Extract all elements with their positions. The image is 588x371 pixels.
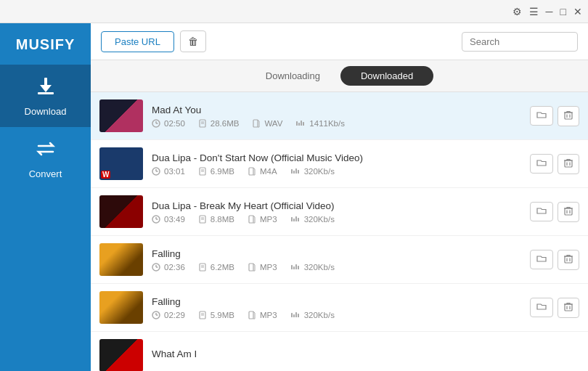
svg-rect-40 xyxy=(291,217,293,221)
track-delete-button[interactable] xyxy=(558,202,579,222)
track-bitrate: 1411Kb/s xyxy=(295,119,345,128)
track-folder-button[interactable] xyxy=(530,202,553,221)
track-folder-button[interactable] xyxy=(530,154,553,174)
svg-rect-55 xyxy=(291,265,293,269)
track-item: Mad At You 02:50 28.6MB WAV 1411Kb/s xyxy=(91,92,588,140)
track-thumbnail xyxy=(99,291,143,324)
track-thumbnail xyxy=(99,99,143,132)
track-title: Dua Lipa - Break My Heart (Official Vide… xyxy=(152,200,521,211)
sidebar-item-convert[interactable]: Convert xyxy=(0,127,91,189)
svg-rect-13 xyxy=(303,122,304,126)
track-title: Falling xyxy=(152,248,521,259)
svg-rect-73 xyxy=(298,314,299,317)
minimize-icon[interactable]: ─ xyxy=(546,6,553,17)
sidebar-item-convert-label: Convert xyxy=(29,168,62,179)
track-thumbnail xyxy=(99,195,143,228)
svg-marker-2 xyxy=(40,85,52,92)
track-thumbnail xyxy=(99,243,143,276)
svg-rect-39 xyxy=(249,216,253,223)
track-actions xyxy=(530,250,579,270)
track-duration: 02:29 xyxy=(152,311,185,319)
app-logo: MUSIFY xyxy=(16,30,75,65)
track-info: Falling 02:29 5.9MB MP3 320Kb/s xyxy=(152,296,521,319)
track-item: Falling 02:29 5.9MB MP3 320Kb/s xyxy=(91,284,588,332)
svg-rect-27 xyxy=(295,168,297,174)
track-delete-button[interactable] xyxy=(558,298,579,318)
svg-rect-42 xyxy=(295,216,297,221)
track-delete-button[interactable] xyxy=(558,106,579,126)
tab-downloaded[interactable]: Downloaded xyxy=(340,66,433,86)
title-bar: ⚙ ☰ ─ □ ✕ xyxy=(0,0,588,23)
track-duration: 03:01 xyxy=(152,167,185,176)
main-content: Paste URL 🗑 Downloading Downloaded Mad A… xyxy=(91,23,588,371)
track-folder-button[interactable] xyxy=(530,250,553,269)
track-info: Dua Lipa - Don't Start Now (Official Mus… xyxy=(152,152,521,176)
svg-rect-43 xyxy=(298,218,299,221)
track-format: MP3 xyxy=(248,311,277,319)
svg-rect-71 xyxy=(293,314,295,317)
track-size: 8.8MB xyxy=(198,215,234,224)
track-thumbnail xyxy=(99,339,143,371)
track-delete-button[interactable] xyxy=(558,154,579,174)
track-item: What Am I xyxy=(91,332,588,371)
paste-url-button[interactable]: Paste URL xyxy=(101,31,174,52)
sidebar-item-download-label: Download xyxy=(25,106,67,117)
svg-rect-72 xyxy=(295,312,297,317)
svg-rect-0 xyxy=(38,92,54,94)
track-item: Dua Lipa - Break My Heart (Official Vide… xyxy=(91,188,588,236)
tab-downloading[interactable]: Downloading xyxy=(245,66,340,86)
close-icon[interactable]: ✕ xyxy=(573,6,582,17)
track-title: Mad At You xyxy=(152,105,521,115)
svg-rect-26 xyxy=(293,171,295,174)
tabs-bar: Downloading Downloaded xyxy=(91,60,588,92)
track-format: WAV xyxy=(252,119,282,128)
clear-button[interactable]: 🗑 xyxy=(180,30,206,52)
svg-rect-11 xyxy=(298,123,300,126)
svg-rect-59 xyxy=(565,256,572,263)
svg-rect-56 xyxy=(293,266,295,269)
track-format: M4A xyxy=(248,167,277,176)
sidebar-item-download[interactable]: Download xyxy=(0,65,91,127)
svg-rect-28 xyxy=(298,170,299,174)
track-actions xyxy=(530,298,579,318)
track-format: MP3 xyxy=(248,215,277,224)
svg-rect-70 xyxy=(291,313,293,317)
svg-rect-12 xyxy=(301,121,302,126)
track-duration: 02:50 xyxy=(152,119,185,128)
track-folder-button[interactable] xyxy=(530,106,553,126)
track-title: What Am I xyxy=(152,348,571,359)
track-info: Dua Lipa - Break My Heart (Official Vide… xyxy=(152,200,521,224)
svg-rect-44 xyxy=(565,208,572,215)
maximize-icon[interactable]: □ xyxy=(560,6,566,17)
toolbar: Paste URL 🗑 xyxy=(91,23,588,60)
track-list: Mad At You 02:50 28.6MB WAV 1411Kb/s xyxy=(91,92,588,371)
svg-rect-9 xyxy=(253,120,258,127)
track-item: W Dua Lipa - Don't Start Now (Official M… xyxy=(91,140,588,188)
svg-rect-14 xyxy=(565,113,572,119)
track-bitrate: 320Kb/s xyxy=(290,311,335,319)
track-delete-button[interactable] xyxy=(558,250,579,270)
track-thumbnail: W xyxy=(99,147,143,180)
track-actions xyxy=(530,154,579,174)
track-duration: 02:36 xyxy=(152,263,185,272)
settings-icon[interactable]: ⚙ xyxy=(513,6,522,17)
track-size: 6.2MB xyxy=(198,263,234,272)
track-actions xyxy=(530,106,579,126)
track-actions xyxy=(530,202,579,222)
track-bitrate: 320Kb/s xyxy=(290,263,335,272)
convert-icon xyxy=(34,137,57,166)
track-size: 5.9MB xyxy=(198,311,234,319)
track-info: Falling 02:36 6.2MB MP3 320Kb/s xyxy=(152,248,521,272)
track-size: 6.9MB xyxy=(198,167,234,176)
menu-icon[interactable]: ☰ xyxy=(529,6,539,17)
track-folder-button[interactable] xyxy=(530,298,553,317)
svg-rect-25 xyxy=(291,169,293,174)
search-input[interactable] xyxy=(462,32,578,52)
download-icon xyxy=(34,75,57,103)
track-info: What Am I xyxy=(152,348,571,363)
track-format: MP3 xyxy=(248,263,277,272)
svg-rect-10 xyxy=(296,121,298,126)
track-title: Falling xyxy=(152,296,521,307)
track-duration: 03:49 xyxy=(152,215,185,224)
window-controls: ⚙ ☰ ─ □ ✕ xyxy=(513,6,582,17)
